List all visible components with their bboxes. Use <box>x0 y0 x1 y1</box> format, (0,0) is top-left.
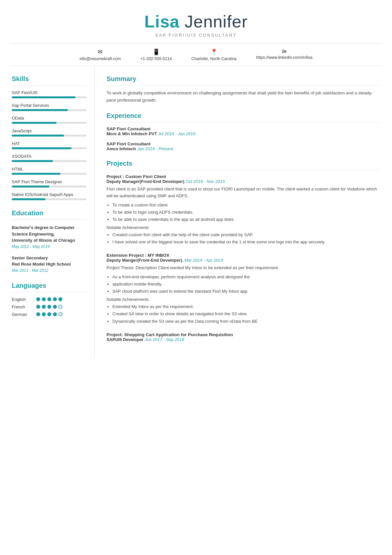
dot-filled <box>47 305 51 309</box>
skill-name: HTML <box>12 167 87 171</box>
proj-achievement: I have solved one of the biggest issue t… <box>112 238 379 246</box>
proj-title: Extension Project : MY INBOX <box>106 253 379 258</box>
edu-degree: Senior SecondaryRed Rose Model High Scho… <box>12 255 87 268</box>
skill-item: Native IOS/Android Sapui5 Apps <box>12 192 87 200</box>
main-layout: Skills SAP Fiori/UI5 Sap Portal Services… <box>0 66 392 358</box>
summary-divider <box>106 85 379 86</box>
proj-bullet: SAP cloud platform was used to extend th… <box>112 288 379 295</box>
experience-list: SAP Fiori Consultant More & Win Infotech… <box>106 126 379 151</box>
dot-filled <box>53 297 57 301</box>
skill-item: JavaScript <box>12 128 87 137</box>
language-item: English <box>12 297 87 302</box>
projects-list: Project : Custom Fiori Client Deputy Man… <box>106 174 379 342</box>
project-item: Project: Shopping Cart Application for P… <box>106 332 379 342</box>
skill-name: OData <box>12 116 87 121</box>
sidebar: Skills SAP Fiori/UI5 Sap Portal Services… <box>0 66 95 358</box>
proj-role: Deputy Manger(Front-End Developer). <box>106 258 183 263</box>
skill-item: HAT <box>12 141 87 149</box>
language-item: German <box>12 312 87 317</box>
dot-filled <box>42 305 46 309</box>
edu-degree: Bachelor's degree in Computer Science En… <box>12 224 87 244</box>
proj-bullets: To create a custom fiori client.To be ab… <box>112 202 379 223</box>
lang-name: French <box>12 304 33 309</box>
proj-achievement: Extended My Inbox as per the requirement… <box>112 303 379 310</box>
education-title: Education <box>12 209 87 217</box>
education-item: Senior SecondaryRed Rose Model High Scho… <box>12 255 87 273</box>
education-divider <box>12 220 87 220</box>
skill-bar-fill <box>12 186 49 188</box>
proj-title: Project : Custom Fiori Client <box>106 174 379 179</box>
dot-filled <box>47 312 51 316</box>
contact-location: 📍 Charlotte, North Carolina <box>191 48 237 61</box>
projects-divider <box>106 170 379 170</box>
proj-title: Project: Shopping Cart Application for P… <box>106 332 379 337</box>
proj-bullet: To create a custom fiori client. <box>112 202 379 209</box>
full-name: Lisa Jennifer <box>7 12 385 31</box>
skill-item: XSODATA <box>12 154 87 162</box>
location-text: Charlotte, North Carolina <box>191 57 237 61</box>
skill-item: Sap Portal Services <box>12 103 87 111</box>
phone-icon: 📱 <box>153 48 160 56</box>
proj-achievement: Created S4 view in order to show details… <box>112 310 379 318</box>
edu-date: Mar 2011 - Mar 2012 <box>12 268 87 273</box>
experience-title: Experience <box>106 112 379 120</box>
proj-achievements: Extended My Inbox as per the requirement… <box>112 303 379 325</box>
experience-item: SAP Fiori Consultant Amco Infotech Jan 2… <box>106 141 379 151</box>
skill-bar-fill <box>12 173 60 175</box>
education-list: Bachelor's degree in Computer Science En… <box>12 224 87 273</box>
experience-item: SAP Fiori Consultant More & Win Infotech… <box>106 126 379 136</box>
dot-filled <box>42 297 46 301</box>
proj-date: Oct 2019 - Nov 2019 <box>186 179 225 184</box>
skill-name: HAT <box>12 141 87 146</box>
last-name: Jennifer <box>180 12 248 31</box>
contact-phone: 📱 +1-202-555-0114 <box>140 48 172 61</box>
exp-company-line: More & Win Infotech PVT Jul 2016 - Jan 2… <box>106 131 379 136</box>
lang-name: German <box>12 312 33 317</box>
exp-job-title: SAP Fiori Consultant <box>106 141 379 146</box>
languages-list: English French German <box>12 297 87 317</box>
skill-bar-bg <box>12 135 87 137</box>
contact-email: ✉ info@resumekraft.com <box>80 48 121 61</box>
proj-achievements: Created custom fiori client with the hel… <box>112 231 379 246</box>
proj-bullet: application mobile-friendly. <box>112 281 379 288</box>
dot-filled <box>36 312 40 316</box>
skill-name: JavaScript <box>12 128 87 133</box>
education-item: Bachelor's degree in Computer Science En… <box>12 224 87 249</box>
dot-filled <box>53 312 57 316</box>
proj-desc: Project Thesis: Description Client wante… <box>106 265 379 271</box>
proj-role-line: Deputy Manager(Front-End Developer) Oct … <box>106 179 379 184</box>
summary-text: To work in globally competitive environm… <box>106 90 379 104</box>
skill-bar-fill <box>12 135 64 137</box>
first-name: Lisa <box>144 12 180 31</box>
exp-company: Amco Infotech <box>106 146 136 151</box>
exp-date: Jul 2016 - Jan 2019 <box>158 131 195 136</box>
phone-text: +1-202-555-0114 <box>140 57 172 61</box>
skill-item: SAP Fiori Theme Designer <box>12 179 87 188</box>
skill-name: SAP Fiori Theme Designer <box>12 179 87 184</box>
lang-dots <box>36 305 62 309</box>
skill-bar-bg <box>12 186 87 188</box>
skill-bar-bg <box>12 122 87 124</box>
linkedin-icon: in <box>282 48 286 54</box>
proj-bullet: To be able to login using ADFS credentia… <box>112 209 379 216</box>
notable-label: Notable Achievements <box>106 225 379 230</box>
notable-label: Notable Achievements <box>106 297 379 302</box>
main-content: Summary To work in globally competitive … <box>95 66 392 358</box>
location-icon: 📍 <box>210 48 218 56</box>
exp-company-line: Amco Infotech Jan 2019 - Present <box>106 146 379 151</box>
dot-filled <box>36 305 40 309</box>
dot-filled <box>58 297 62 301</box>
job-title: SAP FIORI/UI5 CONSULTANT <box>7 33 385 38</box>
project-item: Project : Custom Fiori Client Deputy Man… <box>106 174 379 246</box>
skill-bar-bg <box>12 109 87 111</box>
edu-date: May 2012 - May 2016 <box>12 244 87 249</box>
skill-item: OData <box>12 116 87 124</box>
proj-achievement: Dynamically created the S3 view as per t… <box>112 318 379 325</box>
skill-bar-fill <box>12 122 57 124</box>
dot-filled <box>47 297 51 301</box>
skill-bar-fill <box>12 160 53 162</box>
lang-dots <box>36 297 62 301</box>
exp-company: More & Win Infotech PVT <box>106 131 157 136</box>
languages-divider <box>12 292 87 292</box>
language-item: French <box>12 304 87 309</box>
